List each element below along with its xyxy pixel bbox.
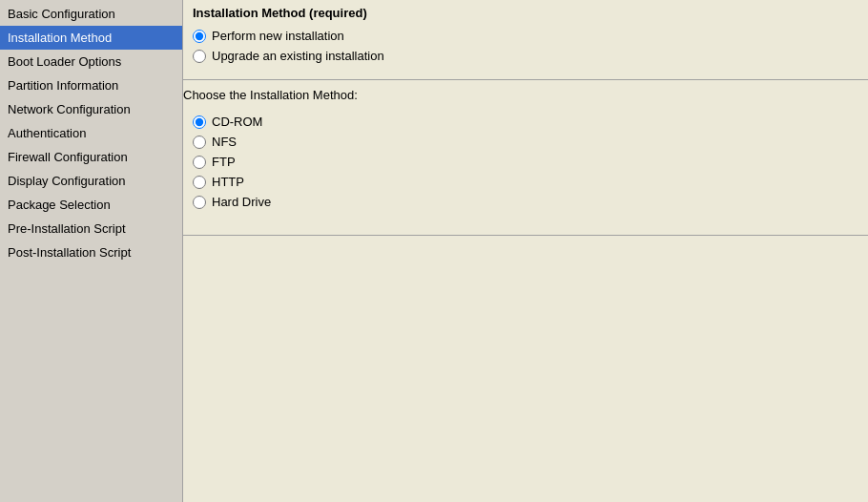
install-option-label-upgrade: Upgrade an existing installation	[212, 49, 384, 63]
choose-method-label: Choose the Installation Method:	[183, 86, 868, 108]
sidebar-item-post-installation-script[interactable]: Post-Installation Script	[0, 241, 182, 264]
method-option-label-nfs: NFS	[212, 135, 237, 149]
sidebar-item-partition-information[interactable]: Partition Information	[0, 73, 182, 97]
method-option-radio-http[interactable]	[193, 176, 206, 189]
method-options-block: CD-ROMNFSFTPHTTPHard Drive	[183, 108, 868, 220]
sidebar-item-boot-loader-options[interactable]: Boot Loader Options	[0, 50, 182, 73]
install-option-radio-new[interactable]	[193, 30, 206, 43]
method-option-radio-ftp[interactable]	[193, 156, 206, 169]
method-option-radio-nfs[interactable]	[193, 136, 206, 149]
sidebar-item-basic-configuration[interactable]: Basic Configuration	[0, 2, 182, 26]
sidebar-item-installation-method[interactable]: Installation Method	[0, 26, 182, 50]
method-option-label-http: HTTP	[212, 175, 244, 189]
method-option-label-cdrom: CD-ROM	[212, 115, 262, 129]
method-option-label-harddrive: Hard Drive	[212, 195, 271, 209]
method-option-row-harddrive: Hard Drive	[193, 192, 858, 212]
install-option-row-upgrade: Upgrade an existing installation	[193, 46, 858, 66]
install-option-row-new: Perform new installation	[193, 26, 858, 46]
section-title: Installation Method (required)	[183, 0, 868, 22]
method-option-radio-harddrive[interactable]	[193, 196, 206, 209]
install-options-block: Perform new installationUpgrade an exist…	[183, 22, 868, 73]
method-option-row-cdrom: CD-ROM	[193, 112, 858, 132]
sidebar: Basic ConfigurationInstallation MethodBo…	[0, 0, 183, 502]
bottom-separator	[183, 235, 868, 236]
sidebar-item-network-configuration[interactable]: Network Configuration	[0, 97, 182, 121]
method-option-row-http: HTTP	[193, 172, 858, 192]
method-option-radio-cdrom[interactable]	[193, 115, 206, 129]
sidebar-item-authentication[interactable]: Authentication	[0, 121, 182, 145]
method-option-row-ftp: FTP	[193, 152, 858, 172]
sidebar-item-package-selection[interactable]: Package Selection	[0, 193, 182, 217]
separator	[183, 79, 868, 80]
sidebar-item-pre-installation-script[interactable]: Pre-Installation Script	[0, 217, 182, 241]
install-option-radio-upgrade[interactable]	[193, 50, 206, 63]
sidebar-item-firewall-configuration[interactable]: Firewall Configuration	[0, 145, 182, 169]
method-option-row-nfs: NFS	[193, 132, 858, 152]
sidebar-item-display-configuration[interactable]: Display Configuration	[0, 169, 182, 193]
main-container: Basic ConfigurationInstallation MethodBo…	[0, 0, 868, 502]
content-area: Installation Method (required)Perform ne…	[183, 0, 868, 502]
install-option-label-new: Perform new installation	[212, 29, 344, 43]
method-option-label-ftp: FTP	[212, 155, 236, 169]
